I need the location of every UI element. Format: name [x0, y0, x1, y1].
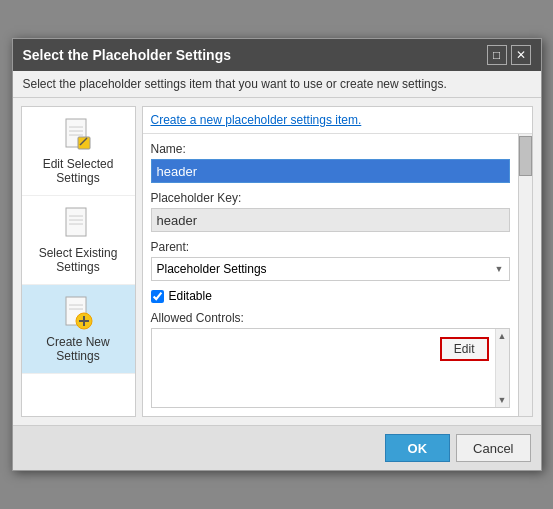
minimize-button[interactable]: □	[487, 45, 507, 65]
sidebar-select-label: Select Existing Settings	[28, 246, 129, 274]
main-content: Name: Placeholder Key: Parent: Placehold	[143, 134, 518, 416]
close-button[interactable]: ✕	[511, 45, 531, 65]
ok-button[interactable]: OK	[385, 434, 451, 462]
main-panel: Create a new placeholder settings item. …	[142, 106, 533, 417]
scroll-up-arrow: ▲	[496, 331, 508, 343]
select-existing-icon	[60, 206, 96, 242]
body: Edit Selected Settings Select Existing S…	[13, 98, 541, 425]
main-panel-header: Create a new placeholder settings item.	[143, 107, 532, 134]
main-scrollbar	[518, 134, 532, 416]
edit-button[interactable]: Edit	[440, 337, 489, 361]
editable-checkbox[interactable]	[151, 290, 164, 303]
parent-select[interactable]: Placeholder Settings	[151, 257, 510, 281]
placeholder-key-group: Placeholder Key:	[151, 191, 510, 232]
name-label: Name:	[151, 142, 510, 156]
sidebar-item-create-new[interactable]: Create New Settings	[22, 285, 135, 374]
footer: OK Cancel	[13, 425, 541, 470]
parent-group: Parent: Placeholder Settings	[151, 240, 510, 281]
parent-select-wrapper: Placeholder Settings	[151, 257, 510, 281]
subtitle: Select the placeholder settings item tha…	[13, 71, 541, 98]
parent-label: Parent:	[151, 240, 510, 254]
sidebar-create-label: Create New Settings	[28, 335, 129, 363]
placeholder-key-label: Placeholder Key:	[151, 191, 510, 205]
main-with-scroll: Name: Placeholder Key: Parent: Placehold	[143, 134, 532, 416]
editable-checkbox-row: Editable	[151, 289, 510, 303]
svg-rect-6	[66, 208, 86, 236]
editable-label: Editable	[169, 289, 212, 303]
dialog: Select the Placeholder Settings □ ✕ Sele…	[12, 38, 542, 471]
allowed-controls-group: Allowed Controls: Edit ▲ ▼	[151, 311, 510, 408]
dialog-title: Select the Placeholder Settings	[23, 47, 232, 63]
cancel-button[interactable]: Cancel	[456, 434, 530, 462]
placeholder-key-input	[151, 208, 510, 232]
title-bar-controls: □ ✕	[487, 45, 531, 65]
svg-rect-4	[78, 137, 90, 149]
allowed-controls-scrollbar: ▲ ▼	[495, 329, 509, 407]
sidebar: Edit Selected Settings Select Existing S…	[21, 106, 136, 417]
sidebar-edit-label: Edit Selected Settings	[28, 157, 129, 185]
sidebar-item-edit-selected[interactable]: Edit Selected Settings	[22, 107, 135, 196]
allowed-controls-box: Edit ▲ ▼	[151, 328, 510, 408]
title-bar: Select the Placeholder Settings □ ✕	[13, 39, 541, 71]
name-field-group: Name:	[151, 142, 510, 183]
sidebar-item-select-existing[interactable]: Select Existing Settings	[22, 196, 135, 285]
create-new-icon	[60, 295, 96, 331]
edit-selected-icon	[60, 117, 96, 153]
scroll-down-arrow: ▼	[496, 395, 508, 407]
name-input[interactable]	[151, 159, 510, 183]
scrollbar-thumb[interactable]	[519, 136, 532, 176]
allowed-controls-label: Allowed Controls:	[151, 311, 510, 325]
